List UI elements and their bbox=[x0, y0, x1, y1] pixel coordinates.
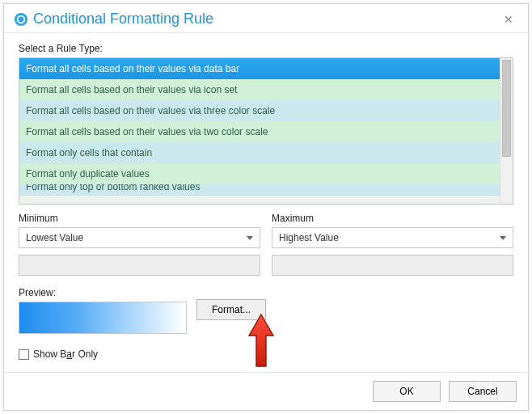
preview-databar bbox=[19, 302, 187, 334]
minimum-label: Minimum bbox=[19, 213, 260, 224]
svg-point-2 bbox=[19, 16, 24, 22]
rule-type-item[interactable]: Format all cells based on their values v… bbox=[19, 121, 500, 142]
rule-type-listbox: Format all cells based on their values v… bbox=[19, 57, 513, 205]
maximum-label: Maximum bbox=[272, 213, 513, 224]
scroll-thumb[interactable] bbox=[502, 60, 511, 157]
ok-button[interactable]: OK bbox=[373, 381, 441, 402]
dialog-title: Conditional Formatting Rule bbox=[33, 11, 499, 27]
dialog-footer: OK Cancel bbox=[4, 372, 528, 410]
maximum-type-value: Highest Value bbox=[279, 232, 500, 243]
dialog-body: Select a Rule Type: Format all cells bas… bbox=[4, 33, 528, 372]
chevron-down-icon bbox=[500, 236, 506, 240]
rule-type-list[interactable]: Format all cells based on their values v… bbox=[19, 58, 500, 204]
titlebar: Conditional Formatting Rule ✕ bbox=[4, 4, 528, 33]
rule-type-item[interactable]: Format all cells based on their values v… bbox=[19, 79, 500, 100]
show-bar-only-row: Show Bar Only bbox=[19, 349, 513, 360]
close-icon[interactable]: ✕ bbox=[499, 11, 518, 27]
scrollbar[interactable] bbox=[500, 58, 513, 204]
maximum-value-input bbox=[272, 255, 513, 276]
min-max-row: Minimum Lowest Value Maximum Highest Val… bbox=[19, 213, 513, 276]
rule-type-item[interactable]: Format all cells based on their values v… bbox=[19, 100, 500, 121]
rule-type-item[interactable]: Format all cells based on their values v… bbox=[19, 58, 500, 79]
maximum-type-dropdown[interactable]: Highest Value bbox=[272, 227, 513, 248]
rule-type-item[interactable]: Format only top or bottom ranked values bbox=[19, 184, 500, 196]
preview-row: Preview: Format... bbox=[19, 287, 513, 334]
rule-type-item[interactable]: Format only cells that contain bbox=[19, 142, 500, 163]
conditional-formatting-dialog: Conditional Formatting Rule ✕ Select a R… bbox=[3, 3, 529, 411]
cancel-button[interactable]: Cancel bbox=[449, 381, 517, 402]
rule-type-label: Select a Rule Type: bbox=[19, 43, 513, 54]
show-bar-only-checkbox[interactable] bbox=[19, 349, 29, 360]
show-bar-only-label[interactable]: Show Bar Only bbox=[33, 349, 98, 360]
chevron-down-icon bbox=[247, 236, 253, 240]
minimum-type-value: Lowest Value bbox=[26, 232, 247, 243]
minimum-type-dropdown[interactable]: Lowest Value bbox=[19, 227, 260, 248]
minimum-value-input bbox=[19, 255, 260, 276]
preview-label: Preview: bbox=[19, 287, 187, 298]
app-icon bbox=[14, 12, 28, 27]
rule-type-item[interactable]: Format only duplicate values bbox=[19, 163, 500, 184]
format-button[interactable]: Format... bbox=[196, 299, 266, 320]
